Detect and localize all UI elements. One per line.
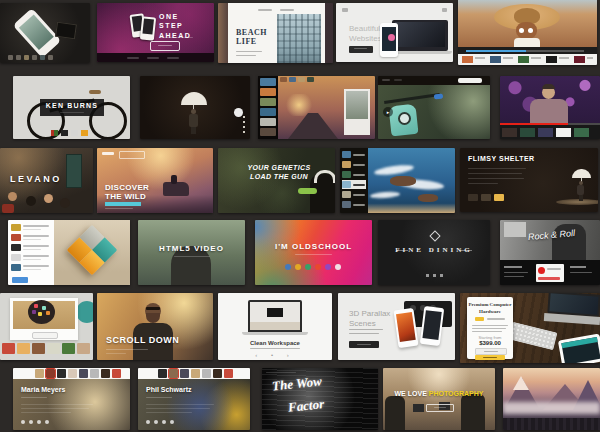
food-thumb[interactable]: [47, 343, 60, 354]
food-thumb[interactable]: [62, 343, 75, 354]
pager-dot[interactable]: [426, 274, 429, 277]
play-icon[interactable]: ▸: [383, 107, 393, 117]
thumb-rock-and-roll[interactable]: Rock & Roll: [500, 220, 600, 285]
media-thumb[interactable]: [481, 194, 491, 201]
avatar[interactable]: [191, 369, 200, 378]
thumb-ocean-playlist[interactable]: [340, 148, 455, 213]
playlist-thumb[interactable]: [490, 56, 501, 63]
action-button[interactable]: [12, 277, 28, 283]
thumb-we-love-photography[interactable]: WE LOVE PHOTOGRAPHY: [383, 368, 495, 430]
social-icon[interactable]: [21, 420, 25, 424]
social-icon[interactable]: [146, 420, 150, 424]
media-thumb[interactable]: [468, 194, 478, 201]
thumb-one-step-ahead[interactable]: ONE STEP AHEAD: [97, 3, 214, 62]
thumb-mountain-landscape[interactable]: [503, 368, 600, 430]
social-icon[interactable]: [295, 264, 301, 270]
social-icon[interactable]: [325, 264, 331, 270]
playlist-item[interactable]: [11, 243, 51, 252]
thumb-your-genetics[interactable]: YOUR GENETICS LOAD THE GUN: [218, 148, 335, 213]
playlist-item[interactable]: [11, 263, 51, 272]
playlist-thumb[interactable]: [518, 56, 529, 63]
playlist-item[interactable]: [11, 223, 51, 232]
play-button[interactable]: [234, 108, 243, 117]
avatar[interactable]: [112, 369, 121, 378]
thumb-video-presenter[interactable]: [500, 76, 600, 139]
gallery-thumb[interactable]: [71, 130, 78, 136]
details-button[interactable]: [475, 348, 507, 355]
social-icon[interactable]: [305, 264, 311, 270]
avatar-selected[interactable]: [169, 369, 178, 378]
pager-dot[interactable]: [433, 274, 436, 277]
thumb-food-gallery[interactable]: [0, 293, 93, 360]
thumb-ken-burns[interactable]: KEN BURNS: [13, 76, 130, 139]
thumb-phil-schwartz[interactable]: Phil Schwartz: [138, 368, 250, 430]
player-controls[interactable]: [458, 47, 597, 54]
thumb-filmstrip-landscape[interactable]: [258, 76, 375, 139]
social-icon[interactable]: [45, 420, 49, 424]
thumb-cube-playlist[interactable]: [8, 220, 130, 285]
social-icon[interactable]: [29, 420, 33, 424]
avatar[interactable]: [90, 369, 99, 378]
pager-dot[interactable]: [440, 274, 443, 277]
avatar[interactable]: [213, 369, 222, 378]
thumb-phone-app-showcase[interactable]: [0, 3, 90, 63]
thumb-levano[interactable]: LEVANO: [0, 148, 93, 213]
playlist-item[interactable]: [342, 160, 366, 169]
playlist-item[interactable]: [342, 200, 366, 209]
food-thumb[interactable]: [2, 343, 15, 354]
carousel-nav[interactable]: ‹ • ›: [218, 352, 332, 358]
playlist-item[interactable]: [342, 190, 366, 199]
thumb-scroll-down[interactable]: SCROLL DOWN: [97, 293, 213, 360]
playlist-item[interactable]: [342, 170, 366, 179]
related-thumb[interactable]: [538, 128, 553, 137]
avatar-selected[interactable]: [46, 369, 55, 378]
playlist-item[interactable]: [11, 253, 51, 262]
thumb-beach-life[interactable]: BEACH LIFE: [218, 3, 333, 63]
social-icon[interactable]: [315, 264, 321, 270]
food-thumb[interactable]: [77, 343, 90, 354]
thumb-maria-meyers[interactable]: Maria Meyers: [13, 368, 130, 430]
thumb-umbrella-man[interactable]: [140, 76, 250, 139]
thumb-wow-factor[interactable]: The Wow Factor: [262, 368, 378, 430]
social-icon[interactable]: [170, 420, 174, 424]
thumb-fine-dining[interactable]: FINE DINING: [378, 220, 490, 285]
thumb-3d-parallax[interactable]: 3D Parallax Scenes: [338, 293, 455, 360]
thumb-scooter[interactable]: ▸: [378, 76, 490, 139]
avatar[interactable]: [35, 369, 44, 378]
thumb-flimsy-shelter[interactable]: FLIMSY SHELTER: [460, 148, 598, 212]
thumb-clean-workspace[interactable]: Clean Workspace ‹ • ›: [218, 293, 332, 360]
thumb-beautiful-websites[interactable]: Beautiful Websites: [336, 3, 453, 62]
avatar[interactable]: [224, 369, 233, 378]
social-icon[interactable]: [285, 264, 291, 270]
buy-button[interactable]: [475, 355, 505, 360]
gallery-thumb[interactable]: [61, 130, 68, 136]
thumb-cartoon-video-player[interactable]: [458, 0, 597, 65]
filmstrip[interactable]: [258, 76, 278, 139]
food-thumb[interactable]: [32, 343, 45, 354]
related-thumb-selected[interactable]: [556, 128, 571, 137]
related-thumb[interactable]: [574, 128, 589, 137]
playlist-thumb[interactable]: [546, 56, 557, 63]
social-icon[interactable]: [37, 420, 41, 424]
avatar[interactable]: [180, 369, 189, 378]
playlist-thumb[interactable]: [462, 56, 473, 63]
social-icon[interactable]: [335, 264, 341, 270]
avatar[interactable]: [158, 369, 167, 378]
playlist-item[interactable]: [342, 150, 366, 159]
social-icon[interactable]: [162, 420, 166, 424]
related-thumb[interactable]: [520, 128, 535, 137]
media-thumb[interactable]: [494, 194, 504, 201]
playlist-item[interactable]: [11, 233, 51, 242]
search-field[interactable]: [458, 78, 482, 83]
thumb-html5-video[interactable]: HTML5 VIDEO: [138, 220, 245, 285]
playlist-thumb[interactable]: [574, 56, 585, 63]
avatar[interactable]: [202, 369, 211, 378]
avatar[interactable]: [79, 369, 88, 378]
playlist-item-selected[interactable]: [342, 180, 366, 189]
thumb-premium-hardware[interactable]: Premium Computer Hardware Starting from …: [460, 293, 600, 363]
avatar[interactable]: [57, 369, 66, 378]
social-icon[interactable]: [154, 420, 158, 424]
thumb-im-oldschool[interactable]: I'M OLDSCHOOL: [255, 220, 372, 285]
gallery-thumb[interactable]: [51, 130, 58, 136]
food-thumb[interactable]: [17, 343, 30, 354]
